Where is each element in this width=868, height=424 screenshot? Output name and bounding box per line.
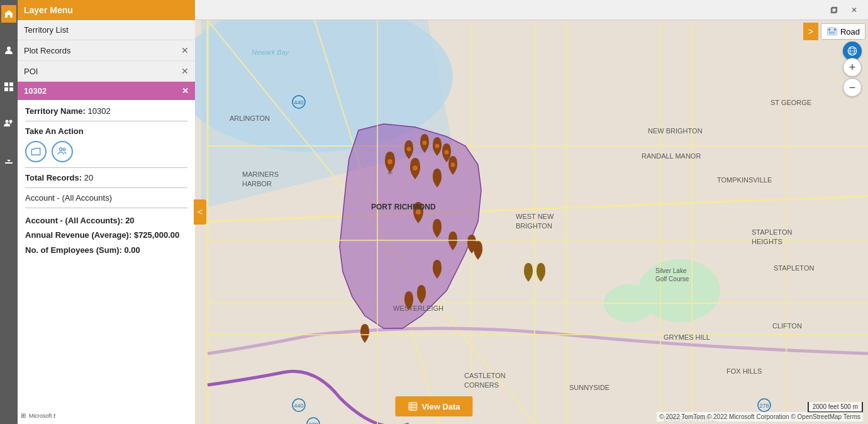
svg-text:MAP: MAP [829, 31, 835, 35]
svg-point-32 [413, 165, 418, 170]
svg-point-31 [451, 163, 455, 167]
territory-close[interactable]: ✕ [182, 86, 189, 96]
territory-list-row[interactable]: Territory List [18, 20, 195, 40]
territory-name-value: 10302 [87, 106, 110, 116]
road-label: Road [840, 27, 860, 36]
poi-close[interactable]: ✕ [181, 66, 189, 76]
territory-item[interactable]: 10302 ✕ [18, 82, 195, 100]
svg-point-28 [423, 141, 427, 145]
view-data-icon [408, 401, 418, 411]
svg-rect-49 [409, 403, 417, 411]
divider-4 [25, 208, 187, 208]
scale-label: 2000 feet 500 m [813, 403, 858, 410]
divider-2 [25, 167, 187, 168]
svg-point-56 [7, 47, 11, 50]
svg-rect-63 [5, 162, 13, 164]
poi-row[interactable]: POI ✕ [18, 61, 195, 82]
action-btn-2[interactable] [52, 141, 73, 162]
action-btn-1[interactable] [25, 141, 47, 162]
zoom-out-button[interactable]: − [843, 78, 862, 97]
layer-menu-row[interactable]: Layer Menu [18, 0, 195, 20]
svg-point-41 [828, 29, 830, 31]
svg-point-64 [60, 148, 63, 151]
stat-label-0: Account - (All Accounts): [25, 216, 123, 225]
plot-records-row[interactable]: Plot Records ✕ [18, 40, 195, 61]
svg-point-27 [407, 147, 411, 152]
zoom-in-button[interactable]: + [843, 58, 862, 77]
stat-value-2: (Sum): 0.00 [96, 245, 140, 255]
close-button[interactable]: ✕ [847, 4, 862, 16]
plot-records-label: Plot Records [24, 46, 70, 55]
layer-menu-label: Layer Menu [24, 5, 73, 15]
svg-text:440: 440 [294, 99, 303, 106]
svg-rect-60 [9, 87, 13, 91]
stat-label-1: Annual Revenue (Average): [25, 230, 131, 240]
sidebar-icon-group[interactable] [1, 114, 16, 132]
bing-logo: ⊞ Microsoft Bing [18, 409, 55, 421]
svg-point-29 [435, 144, 440, 148]
attribution-text: © 2022 TomTom © 2022 Microsoft Corporati… [659, 413, 860, 420]
svg-text:278: 278 [759, 403, 769, 409]
svg-rect-57 [4, 82, 8, 86]
road-icon: MAP [826, 26, 838, 37]
restore-button[interactable] [826, 4, 842, 16]
detail-panel: Territory Name: 10302 Take An Action [18, 100, 195, 424]
road-view-button[interactable]: MAP Road [821, 23, 865, 40]
svg-point-30 [445, 150, 449, 155]
sidebar-icon-person[interactable] [1, 42, 16, 59]
poi-label: POI [24, 67, 38, 76]
divider-3 [25, 187, 187, 188]
sidebar-content: Layer Menu Territory List Plot Records ✕… [18, 0, 195, 424]
folder-icon [30, 146, 42, 157]
svg-point-42 [834, 29, 836, 31]
view-data-button[interactable]: View Data [395, 396, 472, 416]
scale-bar: 2000 feet 500 m [808, 402, 863, 413]
action-icons [25, 141, 187, 162]
svg-rect-58 [9, 82, 13, 86]
stats-section: Account - (All Accounts): 20 Annual Reve… [25, 213, 187, 257]
account-filter-label: Account - (All Accounts) [25, 193, 112, 203]
stat-value-0: 20 [125, 216, 134, 225]
total-records-row: Total Records: 20 [25, 173, 187, 182]
collapse-sidebar-button[interactable]: < [194, 199, 206, 225]
svg-point-65 [63, 148, 65, 150]
territory-list-label: Territory List [24, 25, 69, 35]
total-records-value: 20 [84, 173, 93, 182]
view-data-label: View Data [421, 402, 460, 411]
svg-text:440: 440 [294, 403, 303, 409]
stat-value-1: $725,000.00 [134, 230, 179, 240]
stat-row-1: Annual Revenue (Average): $725,000.00 [25, 228, 187, 242]
stat-row-2: No. of Employees (Sum): 0.00 [25, 243, 187, 257]
svg-point-61 [6, 120, 9, 123]
take-action-section: Take An Action [25, 126, 187, 162]
divider-1 [25, 121, 187, 121]
bing-logo-svg: ⊞ Microsoft Bing [18, 409, 55, 421]
svg-point-62 [9, 120, 13, 123]
svg-rect-59 [4, 87, 8, 91]
svg-text:278: 278 [308, 421, 318, 424]
stat-label-2: No. of Employees [25, 245, 94, 255]
expand-right-button[interactable]: > [803, 23, 818, 40]
territory-id-label: 10302 [24, 86, 47, 96]
map-top-right-controls: > MAP Road [803, 23, 865, 40]
people-icon [57, 146, 68, 157]
sidebar-icon-download[interactable] [1, 151, 16, 169]
svg-text:⊞: ⊞ [21, 412, 26, 419]
svg-point-33 [416, 209, 421, 215]
sidebar-icon-grid[interactable] [1, 78, 16, 96]
zoom-controls: + − [843, 58, 862, 97]
icon-strip [0, 0, 18, 424]
territory-name-label: Territory Name: [25, 106, 86, 116]
plot-records-close[interactable]: ✕ [181, 45, 189, 55]
take-action-label: Take An Action [25, 126, 187, 136]
sidebar: Layer Menu Territory List Plot Records ✕… [0, 0, 195, 424]
svg-text:Microsoft Bing: Microsoft Bing [29, 413, 55, 419]
globe-icon [847, 45, 858, 57]
window-controls: ✕ [826, 4, 862, 16]
account-filter-row: Account - (All Accounts) [25, 193, 187, 203]
svg-point-26 [387, 159, 392, 164]
sidebar-icon-home[interactable] [1, 5, 16, 23]
stat-row-0: Account - (All Accounts): 20 [25, 213, 187, 228]
map-attribution: © 2022 TomTom © 2022 Microsoft Corporati… [657, 412, 863, 421]
total-records-label: Total Records: [25, 173, 82, 182]
